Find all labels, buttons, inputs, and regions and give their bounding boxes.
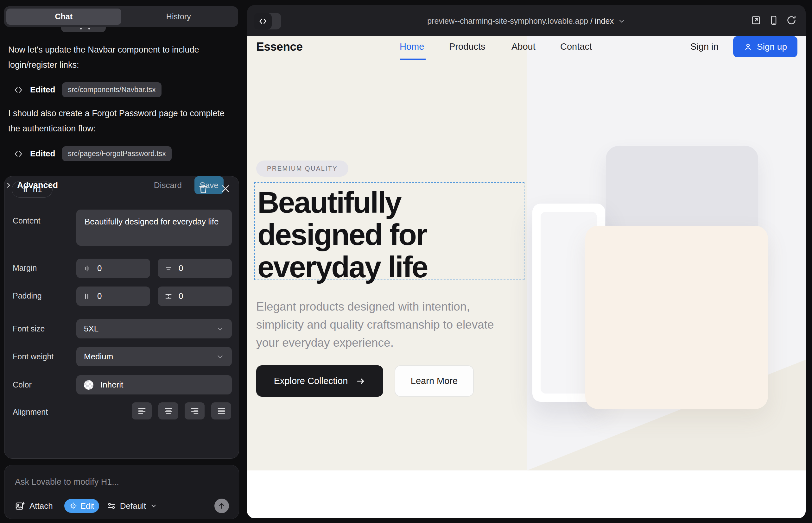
chat-message: Now let's update the Navbar component to… [8, 42, 230, 72]
type-icon: TT [22, 184, 29, 194]
element-tag-label: h1 [33, 184, 42, 194]
element-tag-badge[interactable]: TT h1 [12, 181, 53, 198]
align-justify-button[interactable] [211, 402, 231, 419]
edit-mode-button[interactable]: Edit [64, 499, 99, 513]
user-icon [744, 42, 753, 51]
margin-horizontal-icon [83, 264, 91, 273]
preview-url[interactable]: preview--charming-site-symphony.lovable.… [247, 16, 806, 26]
chevron-down-icon [618, 17, 625, 25]
align-left-button[interactable] [132, 402, 152, 419]
active-nav-underline [400, 58, 426, 60]
padding-y-input[interactable]: 0 [158, 287, 232, 306]
edited-file-row: Edited src/pages/ForgotPassword.tsx [14, 146, 172, 161]
close-icon[interactable] [218, 182, 232, 196]
chat-message: I should also create a Forgot Password p… [8, 106, 230, 136]
attach-button[interactable]: Attach [15, 501, 53, 511]
site-preview: Essence Home Products About Contact Sign… [247, 36, 806, 518]
content-label: Content [13, 216, 40, 226]
content-input[interactable]: Beautifully designed for everyday life [76, 210, 232, 246]
chevron-down-icon [150, 502, 157, 510]
align-center-button[interactable] [158, 402, 178, 419]
color-label: Color [13, 380, 32, 390]
attach-image-icon [15, 501, 25, 511]
arrow-right-icon [356, 376, 366, 386]
edited-file-chip[interactable]: src/components/Navbar.tsx [62, 82, 161, 97]
chat-history-tabs: Chat History [4, 6, 238, 27]
scrolled-chip-partial [61, 27, 106, 32]
model-default-select[interactable]: Default [107, 501, 157, 511]
open-external-icon[interactable] [751, 15, 761, 26]
chat-composer[interactable]: Ask Lovable to modify H1... Attach Edit … [4, 465, 239, 519]
align-right-button[interactable] [184, 402, 205, 419]
padding-x-input[interactable]: 0 [76, 287, 150, 306]
premium-quality-badge: PREMIUM QUALITY [256, 161, 348, 177]
nav-link-about[interactable]: About [511, 41, 535, 52]
font-weight-select[interactable]: Medium [76, 347, 232, 366]
hero-description: Elegant products designed with intention… [256, 297, 510, 352]
color-select[interactable]: Inherit [76, 375, 232, 395]
preview-toolbar: preview--charming-site-symphony.lovable.… [247, 5, 806, 36]
code-icon [14, 85, 23, 95]
nav-link-contact[interactable]: Contact [560, 41, 592, 52]
crosshair-icon [69, 502, 77, 510]
color-swatch [84, 380, 93, 390]
section-below-hero [247, 470, 806, 518]
brand-logo[interactable]: Essence [256, 40, 303, 54]
hero-heading[interactable]: Beautifully designed for everyday life [258, 186, 524, 283]
learn-more-button[interactable]: Learn More [394, 365, 474, 397]
code-icon [14, 149, 23, 159]
nav-link-home[interactable]: Home [400, 41, 424, 52]
decor-card-beige [585, 226, 768, 409]
sign-in-link[interactable]: Sign in [690, 41, 719, 52]
tab-history[interactable]: History [121, 8, 236, 25]
font-size-label: Font size [13, 324, 45, 333]
sign-up-button[interactable]: Sign up [733, 36, 797, 57]
margin-label: Margin [13, 264, 37, 273]
edited-file-row: Edited src/components/Navbar.tsx [14, 82, 161, 97]
arrow-up-icon [217, 502, 226, 510]
preview-browser: preview--charming-site-symphony.lovable.… [247, 5, 806, 518]
chevron-right-icon [4, 181, 13, 189]
font-size-select[interactable]: 5XL [76, 319, 232, 339]
padding-label: Padding [13, 291, 42, 301]
padding-vertical-icon [164, 292, 173, 301]
discard-button[interactable]: Discard [154, 180, 182, 190]
sliders-icon [107, 501, 116, 511]
tab-chat[interactable]: Chat [6, 8, 121, 25]
edited-file-chip[interactable]: src/pages/ForgotPassword.tsx [62, 146, 171, 161]
explore-collection-button[interactable]: Explore Collection [256, 365, 383, 397]
delete-element-button[interactable] [196, 182, 210, 196]
chevron-down-icon [216, 353, 224, 361]
element-editor-panel: TT h1 Content Beautifully designed for e… [4, 176, 239, 459]
send-button[interactable] [214, 499, 229, 513]
chevron-down-icon [216, 325, 224, 333]
refresh-icon[interactable] [786, 15, 797, 26]
padding-horizontal-icon [83, 292, 91, 301]
font-weight-label: Font weight [13, 352, 54, 361]
margin-x-input[interactable]: 0 [76, 259, 150, 278]
margin-y-input[interactable]: 0 [158, 259, 232, 278]
chat-panel: Chat History Now let's update the Navbar… [0, 0, 247, 523]
edited-label: Edited [30, 149, 55, 159]
margin-vertical-icon [164, 264, 173, 273]
mobile-view-icon[interactable] [768, 15, 779, 26]
alignment-label: Alignment [13, 408, 48, 417]
edited-label: Edited [30, 85, 55, 95]
composer-input[interactable]: Ask Lovable to modify H1... [15, 477, 119, 487]
nav-link-products[interactable]: Products [449, 41, 485, 52]
